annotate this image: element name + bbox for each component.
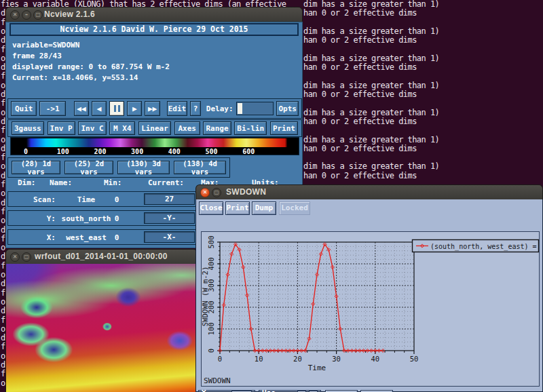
terminal-line: dim has a size greater than 1): [303, 136, 439, 144]
dim-current-value[interactable]: 27: [144, 193, 195, 205]
invert-p-button[interactable]: Inv P: [48, 121, 75, 135]
terminal-line: o: [1, 136, 5, 144]
use-log-label: Use Log:: [262, 389, 295, 392]
colorbar-tick: 300: [131, 148, 143, 155]
terminal-line: han 0 or 2 effective dims: [303, 90, 417, 99]
svg-text:0: 0: [207, 349, 215, 353]
svg-text:500: 500: [207, 236, 215, 249]
col-header-min: Min:: [104, 178, 122, 187]
terminal-line: d: [1, 63, 5, 72]
step-forward-icon[interactable]: ▶: [127, 101, 142, 116]
linear-button[interactable]: Linear: [138, 121, 171, 135]
terminal-line: dim has a size greater than 1): [303, 27, 439, 36]
help-button[interactable]: ?: [190, 101, 200, 116]
display-toolbar: 3gauss Inv P Inv C M X4 Linear Axes Rang…: [7, 119, 302, 137]
svg-text:40: 40: [371, 355, 379, 363]
svg-text:30: 30: [332, 355, 341, 363]
wrfout-titlebar[interactable]: ✕ ▢ wrfout_d01_2014-01-01_00:00:00: [5, 249, 198, 264]
window-title: wrfout_d01_2014-01-01_00:00:00: [35, 252, 168, 261]
colorbar-tick: 500: [205, 148, 217, 155]
svg-text:20: 20: [293, 355, 302, 363]
pause-icon[interactable]: [109, 101, 124, 116]
colorbar[interactable]: 0 100 200 300 400 500 600: [10, 137, 299, 155]
step-back-icon[interactable]: ◀: [92, 101, 107, 116]
displayed-range-label: displayed range: 0 to 687.754 W m-2: [12, 62, 170, 71]
maximize-icon[interactable]: ▢: [33, 10, 43, 20]
dim-label: Y:: [8, 214, 56, 223]
terminal-line: o: [1, 243, 5, 252]
terminal-line: o: [1, 27, 5, 36]
dump-button[interactable]: Dump: [252, 201, 276, 215]
terminal-line: f: [1, 316, 5, 325]
svg-text:SWDOWN (W m-2): SWDOWN (W m-2): [202, 267, 209, 327]
colormap-button[interactable]: 3gauss: [12, 121, 44, 135]
minimize-icon[interactable]: –: [22, 10, 31, 20]
x-axis-label: X Axis:: [202, 389, 229, 392]
magnify-button[interactable]: M X4: [109, 121, 135, 135]
terminal-line: d: [1, 307, 5, 315]
close-icon[interactable]: ✕: [10, 10, 20, 20]
terminal-line: d: [1, 279, 5, 288]
terminal-line: d: [1, 9, 5, 18]
terminal-line: han 0 or 2 effective dims: [303, 63, 417, 72]
vars-4d-button[interactable]: (138) 4d vars: [174, 161, 226, 174]
text-cursor: [238, 103, 242, 114]
print-button[interactable]: Print: [225, 201, 250, 215]
terminal-line: d: [1, 117, 5, 126]
colorbar-tick: 600: [242, 148, 255, 155]
dim-current-value[interactable]: -X-: [144, 231, 195, 243]
svg-text:(south_north, west_east) = (35: (south_north, west_east) = (35, 54): [430, 243, 539, 251]
terminal-line: o: [1, 216, 5, 225]
dim-current-value[interactable]: -Y-: [144, 212, 195, 224]
col-header-name: Name:: [50, 178, 72, 187]
maximize-icon[interactable]: ▢: [212, 188, 221, 197]
rewind-icon[interactable]: ◀◀: [74, 101, 89, 116]
delay-label: Delay:: [206, 104, 233, 113]
window-title: Ncview 2.1.6: [44, 9, 95, 19]
quit-button[interactable]: Quit: [11, 101, 37, 116]
dim-label: X:: [8, 233, 56, 242]
vars-2d-button[interactable]: (25) 2d vars: [64, 161, 113, 174]
svg-text:0: 0: [218, 355, 222, 363]
terminal-line: f: [1, 45, 5, 54]
vars-1d-button[interactable]: (28) 1d vars: [12, 161, 60, 174]
terminal-line: dim has a size greater than 1): [303, 81, 439, 90]
variable-label: variable=SWDOWN: [12, 41, 79, 50]
bilinear-button[interactable]: Bi-lin: [234, 121, 267, 135]
close-button[interactable]: Close: [199, 201, 223, 215]
range-button[interactable]: Range: [203, 121, 231, 135]
plot-panel[interactable]: 010203040500100200300400500SWDOWN (W m-2…: [201, 231, 540, 387]
terminal-line: o: [1, 162, 5, 171]
vars-3d-button[interactable]: (130) 3d vars: [117, 161, 170, 174]
swdown-titlebar[interactable]: ✕ ▢ SWDOWN: [195, 184, 543, 199]
invert-c-button[interactable]: Inv C: [78, 121, 106, 135]
frame-label: frame 28/43: [12, 52, 62, 60]
print-button[interactable]: Print: [270, 121, 298, 135]
terminal-line: d: [1, 334, 5, 342]
axes-button[interactable]: Axes: [174, 121, 200, 135]
terminal-line: dim has a size greater than 1): [303, 109, 439, 117]
terminal-line: han 0 or 2 effective dims: [303, 9, 417, 18]
locked-button[interactable]: Locked: [279, 201, 310, 215]
col-header-current: Current:: [148, 178, 184, 187]
terminal-line: f: [1, 18, 5, 27]
field-raster-image[interactable]: [5, 264, 198, 392]
delay-input[interactable]: [236, 102, 274, 115]
edit-button[interactable]: Edit: [167, 101, 188, 116]
terminal-line: o: [1, 352, 5, 361]
terminal-line: han 0 or 2 effective dims: [303, 172, 417, 180]
terminal-line: o: [1, 54, 5, 63]
ncview-titlebar[interactable]: ✕ – ▢ Ncview 2.1.6: [5, 7, 303, 22]
terminal-line: d: [1, 36, 5, 45]
terminal-line: d: [1, 361, 5, 370]
maximize-icon[interactable]: ▢: [22, 252, 31, 262]
terminal-line: o: [1, 189, 5, 198]
timeseries-chart: 010203040500100200300400500SWDOWN (W m-2…: [202, 232, 539, 386]
close-icon[interactable]: ✕: [200, 188, 210, 197]
opts-button[interactable]: Opts: [276, 101, 299, 116]
vars-toolbar: (28) 1d vars (25) 2d vars (130) 3d vars …: [7, 157, 230, 178]
fast-forward-icon[interactable]: ▶▶: [145, 101, 160, 116]
goto-frame-1-button[interactable]: ->1: [39, 101, 65, 116]
terminal-line: f: [1, 235, 5, 243]
close-icon[interactable]: ✕: [10, 252, 20, 262]
